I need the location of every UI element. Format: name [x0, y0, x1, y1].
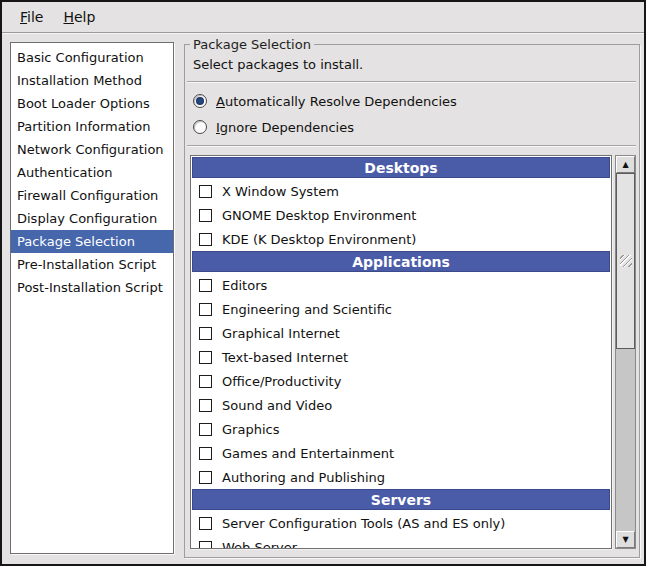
menu-help[interactable]: Help [53, 4, 105, 30]
list-item[interactable]: Graphical Internet [192, 321, 610, 345]
checkbox-icon[interactable] [199, 279, 212, 292]
list-item[interactable]: Graphics [192, 417, 610, 441]
sidebar-item-pre-installation-script[interactable]: Pre-Installation Script [11, 253, 173, 276]
group-header-desktops: Desktops [192, 157, 610, 178]
package-label: X Window System [222, 184, 339, 199]
list-item[interactable]: KDE (K Desktop Environment) [192, 227, 610, 251]
up-arrow-icon: ▲ [622, 160, 628, 169]
list-item[interactable]: Engineering and Scientific [192, 297, 610, 321]
package-label: Graphics [222, 422, 279, 437]
checkbox-icon[interactable] [199, 185, 212, 198]
menu-file-label: File [20, 9, 43, 25]
down-arrow-icon: ▼ [622, 535, 628, 544]
scrollbar-track[interactable] [616, 173, 635, 531]
list-item[interactable]: Editors [192, 273, 610, 297]
package-label: Server Configuration Tools (AS and ES on… [222, 516, 505, 531]
package-label: Sound and Video [222, 398, 332, 413]
radio-button-icon[interactable] [193, 94, 207, 108]
checkbox-icon[interactable] [199, 351, 212, 364]
frame-title: Package Selection [190, 36, 314, 53]
checkbox-icon[interactable] [199, 375, 212, 388]
panel-subtitle: Select packages to install. [193, 57, 363, 72]
scroll-up-button[interactable]: ▲ [616, 156, 635, 173]
group-header-servers: Servers [192, 489, 610, 510]
list-item[interactable]: Web Server [192, 535, 610, 549]
scrollbar-thumb[interactable] [616, 173, 635, 349]
kickstart-configurator-window: File Help Basic Configuration Installati… [0, 0, 646, 566]
list-item[interactable]: Games and Entertainment [192, 441, 610, 465]
checkbox-icon[interactable] [199, 541, 212, 550]
config-section-list: Basic Configuration Installation Method … [10, 42, 174, 554]
sidebar-item-installation-method[interactable]: Installation Method [11, 69, 173, 92]
list-item[interactable]: Text-based Internet [192, 345, 610, 369]
list-item[interactable]: Office/Productivity [192, 369, 610, 393]
checkbox-icon[interactable] [199, 399, 212, 412]
list-item[interactable]: Authoring and Publishing [192, 465, 610, 489]
list-item[interactable]: Sound and Video [192, 393, 610, 417]
sidebar-item-post-installation-script[interactable]: Post-Installation Script [11, 276, 173, 299]
sidebar-item-network-configuration[interactable]: Network Configuration [11, 138, 173, 161]
sidebar-item-display-configuration[interactable]: Display Configuration [11, 207, 173, 230]
list-item[interactable]: GNOME Desktop Environment [192, 203, 610, 227]
scroll-down-button[interactable]: ▼ [616, 531, 635, 548]
radio-label-resolve-dependencies: Automatically Resolve Dependencies [216, 94, 457, 109]
sidebar-item-package-selection[interactable]: Package Selection [11, 230, 173, 253]
package-label: Text-based Internet [222, 350, 348, 365]
sidebar-item-boot-loader-options[interactable]: Boot Loader Options [11, 92, 173, 115]
menubar: File Help [2, 2, 644, 33]
package-list: Desktops X Window System GNOME Desktop E… [190, 155, 612, 549]
radio-row-ignore-dependencies[interactable]: Ignore Dependencies [193, 119, 354, 135]
sidebar-item-basic-configuration[interactable]: Basic Configuration [11, 46, 173, 69]
menu-help-label: Help [63, 9, 95, 25]
package-label: Games and Entertainment [222, 446, 394, 461]
package-label: Graphical Internet [222, 326, 340, 341]
package-label: GNOME Desktop Environment [222, 208, 416, 223]
checkbox-icon[interactable] [199, 209, 212, 222]
vertical-scrollbar[interactable]: ▲ ▼ [615, 155, 636, 549]
radio-button-icon[interactable] [193, 120, 207, 134]
checkbox-icon[interactable] [199, 233, 212, 246]
package-selection-frame: Package Selection Select packages to ins… [184, 44, 640, 558]
separator [187, 81, 636, 83]
radio-label-ignore-dependencies: Ignore Dependencies [216, 120, 354, 135]
checkbox-icon[interactable] [199, 447, 212, 460]
package-label: Engineering and Scientific [222, 302, 392, 317]
radio-row-resolve-dependencies[interactable]: Automatically Resolve Dependencies [193, 93, 457, 109]
menu-file[interactable]: File [10, 4, 53, 30]
list-item[interactable]: Server Configuration Tools (AS and ES on… [192, 511, 610, 535]
checkbox-icon[interactable] [199, 327, 212, 340]
checkbox-icon[interactable] [199, 517, 212, 530]
separator [187, 145, 636, 147]
checkbox-icon[interactable] [199, 423, 212, 436]
sidebar-item-partition-information[interactable]: Partition Information [11, 115, 173, 138]
package-label: Web Server [222, 540, 297, 550]
package-label: Authoring and Publishing [222, 470, 385, 485]
package-label: Editors [222, 278, 267, 293]
sidebar-item-authentication[interactable]: Authentication [11, 161, 173, 184]
list-item[interactable]: X Window System [192, 179, 610, 203]
checkbox-icon[interactable] [199, 471, 212, 484]
checkbox-icon[interactable] [199, 303, 212, 316]
package-list-wrap: Desktops X Window System GNOME Desktop E… [190, 155, 636, 549]
group-header-applications: Applications [192, 251, 610, 272]
scrollbar-grip-icon [620, 255, 632, 267]
package-label: KDE (K Desktop Environment) [222, 232, 416, 247]
sidebar-item-firewall-configuration[interactable]: Firewall Configuration [11, 184, 173, 207]
package-label: Office/Productivity [222, 374, 341, 389]
